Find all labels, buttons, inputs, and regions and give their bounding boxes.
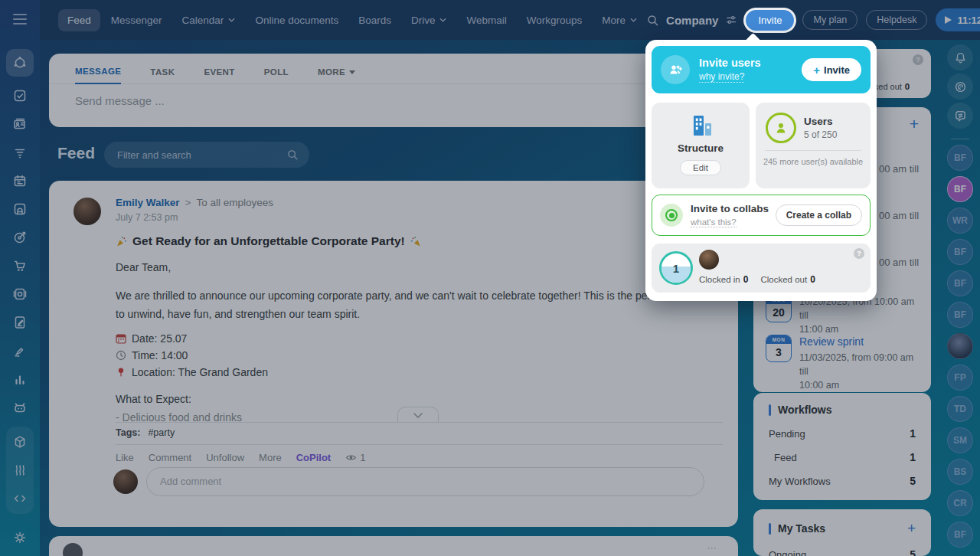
more-button[interactable]: More xyxy=(259,452,282,463)
create-collab-button[interactable]: Create a collab xyxy=(776,204,862,226)
sidebar-item-sign[interactable] xyxy=(6,342,34,360)
workflow-row-feed[interactable]: Feed1 xyxy=(769,451,916,463)
nav-item-messenger[interactable]: Messenger xyxy=(102,9,172,31)
rail-avatar[interactable]: BF xyxy=(947,239,973,265)
rail-avatar[interactable]: TD xyxy=(947,396,973,422)
search-icon[interactable] xyxy=(286,149,299,161)
sidebar-item-automation[interactable] xyxy=(6,433,34,451)
structure-edit-button[interactable]: Edit xyxy=(680,160,721,175)
rail-avatar[interactable]: FP xyxy=(947,365,973,391)
workflow-row-pending[interactable]: Pending1 xyxy=(769,427,916,440)
main-nav: Feed Messenger Calendar Online documents… xyxy=(58,9,646,31)
event-row[interactable]: 00 am till xyxy=(879,163,919,175)
sidebar-item-employees[interactable] xyxy=(6,115,34,133)
views-count: 1 xyxy=(360,452,365,463)
nav-item-workgroups[interactable]: Workgroups xyxy=(518,9,592,31)
help-icon[interactable]: ? xyxy=(913,54,923,65)
global-search[interactable]: Company xyxy=(646,14,737,27)
post-author-link[interactable]: Emily Walker xyxy=(116,197,180,208)
feed-filter-input[interactable]: Filter and search xyxy=(104,142,309,168)
sidebar-item-store[interactable] xyxy=(6,257,34,275)
rail-avatar[interactable]: BS xyxy=(947,459,973,485)
help-icon[interactable]: ? xyxy=(854,248,864,259)
nav-item-drive[interactable]: Drive xyxy=(402,9,456,31)
my-plan-button[interactable]: My plan xyxy=(802,10,858,30)
why-invite-link[interactable]: why invite? xyxy=(699,71,744,83)
notifications-button[interactable] xyxy=(947,44,973,70)
event-row[interactable]: MON 20 10/20/2025, from 10:00 am till 11… xyxy=(766,295,922,336)
rail-avatar[interactable]: WR xyxy=(947,208,973,234)
sidebar-item-marketing[interactable] xyxy=(6,228,34,247)
rail-avatar[interactable]: BF xyxy=(947,302,973,328)
nav-item-online-documents[interactable]: Online documents xyxy=(246,9,348,31)
sidebar-item-e-signature[interactable] xyxy=(6,313,34,332)
event-row[interactable]: 00 am till xyxy=(879,210,919,221)
nav-item-webmail[interactable]: Webmail xyxy=(457,9,515,31)
tab-poll[interactable]: POLL xyxy=(264,67,289,83)
structure-card[interactable]: Structure Edit xyxy=(652,103,750,188)
hamburger-menu-icon[interactable] xyxy=(13,14,27,25)
rail-avatar[interactable]: BF xyxy=(947,270,973,296)
event-row[interactable]: MON 3 Review sprint 11/03/2025, from 09:… xyxy=(766,335,922,392)
sidebar-item-tasks[interactable] xyxy=(6,87,34,105)
sidebar-item-developer[interactable] xyxy=(6,489,34,508)
compose-card: MESSAGE TASK EVENT POLL MORE Send messag… xyxy=(49,54,738,127)
unfollow-button[interactable]: Unfollow xyxy=(206,452,244,463)
rail-avatar-photo[interactable] xyxy=(947,333,973,359)
sidebar-item-video-calls[interactable] xyxy=(6,285,34,303)
sidebar-item-drive[interactable] xyxy=(6,200,34,218)
event-title-link[interactable]: Review sprint xyxy=(799,335,922,349)
whats-this-link[interactable]: what's this? xyxy=(691,217,737,227)
tab-task[interactable]: TASK xyxy=(150,67,175,83)
tab-event[interactable]: EVENT xyxy=(204,67,234,83)
send-message-input[interactable]: Send message ... xyxy=(75,94,738,107)
nav-item-boards[interactable]: Boards xyxy=(349,9,400,31)
rail-avatar[interactable]: BF xyxy=(947,522,973,548)
invite-to-collabs-card[interactable]: Invite to collabs what's this? Create a … xyxy=(652,195,871,236)
add-task-button[interactable]: + xyxy=(907,520,916,537)
nav-item-feed[interactable]: Feed xyxy=(58,9,100,31)
post-author-avatar[interactable] xyxy=(74,198,101,225)
comment-button[interactable]: Comment xyxy=(149,452,191,463)
expand-post-button[interactable] xyxy=(397,407,439,423)
popup-invite-button[interactable]: +Invite xyxy=(802,58,861,81)
rail-avatar[interactable]: SM xyxy=(947,427,973,453)
sidebar-item-ai-assistant[interactable] xyxy=(6,398,34,417)
sidebar-item-calendar[interactable] xyxy=(6,172,34,190)
add-event-button[interactable]: + xyxy=(910,115,919,133)
rail-avatar[interactable]: BF xyxy=(947,176,973,202)
copilot-button[interactable] xyxy=(947,74,973,100)
nav-item-calendar[interactable]: Calendar xyxy=(173,9,245,31)
tab-more[interactable]: MORE xyxy=(318,67,355,83)
invite-button[interactable]: Invite xyxy=(746,10,794,31)
event-row[interactable]: 00 am till xyxy=(879,257,919,268)
rail-avatar[interactable]: CR xyxy=(947,490,973,516)
sidebar-item-crm[interactable] xyxy=(6,143,34,162)
popup-time-tracking-card[interactable]: 1 ? Clocked in0 Clocked out0 xyxy=(652,244,871,293)
search-scope-label[interactable]: Company xyxy=(666,14,718,27)
users-card[interactable]: Users 5 of 250 245 more user(s) availabl… xyxy=(756,103,871,188)
tab-message[interactable]: MESSAGE xyxy=(75,67,121,84)
filter-sliders-icon[interactable] xyxy=(725,14,737,26)
like-button[interactable]: Like xyxy=(116,452,134,463)
copilot-button[interactable]: CoPilot xyxy=(296,452,332,463)
messenger-sync-button[interactable] xyxy=(947,103,973,129)
post-body-line2: to unwind, have fun, and strengthen our … xyxy=(116,308,721,320)
rail-avatar[interactable]: BF xyxy=(947,145,973,171)
work-time-widget[interactable]: 11:12 AM xyxy=(936,8,980,31)
nav-item-more[interactable]: More xyxy=(593,9,646,31)
post-audience[interactable]: To all employees xyxy=(196,197,273,208)
tag-party[interactable]: #party xyxy=(148,427,175,438)
sidebar-item-live-feed[interactable] xyxy=(6,49,34,77)
helpdesk-button[interactable]: Helpdesk xyxy=(866,10,927,30)
sidebar-item-settings[interactable] xyxy=(12,530,28,545)
add-comment-input[interactable]: Add comment xyxy=(146,467,704,496)
next-feed-post[interactable]: ⋯ xyxy=(49,536,738,556)
workflow-row-my-workflows[interactable]: My Workflows5 xyxy=(769,475,916,487)
right-rail: BF BF WR BF BF BF FP TD SM BS CR BF xyxy=(940,40,980,556)
chevron-down-icon xyxy=(630,18,637,22)
sidebar-item-flows[interactable] xyxy=(6,461,34,479)
task-row-ongoing[interactable]: Ongoing5 xyxy=(769,548,916,556)
sidebar-item-analytics[interactable] xyxy=(6,370,34,388)
gear-icon xyxy=(12,530,28,545)
